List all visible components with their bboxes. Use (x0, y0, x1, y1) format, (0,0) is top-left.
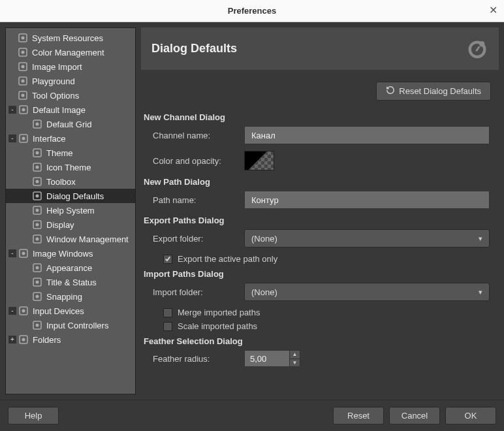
chevron-down-icon: ▾ (479, 234, 482, 243)
appearance-icon (32, 263, 42, 273)
tree-item-interface[interactable]: -Interface (6, 131, 135, 146)
export-folder-label: Export folder: (153, 234, 244, 244)
cancel-button[interactable]: Cancel (389, 407, 440, 424)
svg-rect-46 (475, 46, 480, 52)
tree-item-dialog-defaults[interactable]: Dialog Defaults (6, 189, 135, 203)
reset-icon (386, 86, 395, 97)
channel-color-button[interactable] (244, 151, 274, 170)
section-new-path: New Path Dialog (144, 177, 490, 187)
feather-radius-input[interactable] (244, 350, 290, 367)
tree-item-system-resources[interactable]: System Resources (6, 31, 135, 45)
dialog-footer: Help Reset Cancel OK (0, 400, 504, 431)
overlap-icon (18, 47, 28, 57)
svg-point-1 (22, 37, 25, 40)
export-folder-select[interactable]: (None) ▾ (244, 229, 490, 247)
titlebar: Preferences ✕ (0, 0, 504, 22)
tree-item-color-management[interactable]: Color Management (6, 45, 135, 59)
tree-item-snapping[interactable]: Snapping (6, 289, 135, 304)
tree-item-input-controllers[interactable]: Input Controllers (6, 318, 135, 332)
tree-item-label: Icon Theme (46, 163, 91, 172)
collapse-icon[interactable]: - (8, 135, 16, 142)
tree-item-toolbox[interactable]: Toolbox (6, 174, 135, 189)
path-name-input[interactable] (244, 191, 490, 209)
gauge-icon (32, 191, 42, 201)
tree-item-playground[interactable]: Playground (6, 74, 135, 88)
collapse-icon[interactable]: - (8, 307, 16, 315)
svg-point-5 (22, 65, 25, 69)
tree-item-label: Input Controllers (46, 321, 108, 330)
tree-item-label: Title & Status (46, 278, 97, 287)
feather-radius-spinner[interactable]: ▲ ▼ (244, 350, 300, 367)
toolbox-icon (32, 176, 42, 187)
reset-dialog-defaults-button[interactable]: Reset Dialog Defaults (376, 82, 491, 101)
scale-imported-checkbox[interactable] (163, 322, 172, 331)
tree-item-image-import[interactable]: Image Import (6, 59, 135, 74)
tree-item-label: Playground (32, 76, 75, 86)
grid-icon (32, 119, 42, 129)
import-folder-label: Import folder: (153, 287, 244, 297)
close-icon[interactable]: ✕ (489, 4, 497, 16)
window-icon (18, 248, 29, 259)
collapse-icon[interactable]: - (8, 106, 16, 114)
tree-item-label: Input Devices (33, 306, 84, 316)
page-header: Dialog Defaults (141, 27, 499, 70)
help-icon (32, 205, 42, 216)
channel-name-input[interactable] (244, 126, 490, 144)
tree-item-label: Appearance (46, 263, 92, 273)
svg-point-43 (22, 338, 25, 342)
chevron-down-icon: ▾ (479, 288, 482, 296)
export-active-only-checkbox[interactable] (163, 255, 172, 264)
collapse-icon[interactable]: - (8, 249, 16, 257)
reset-button[interactable]: Reset (333, 407, 384, 424)
export-active-only-label: Export the active path only (178, 254, 277, 264)
window-title: Preferences (228, 6, 276, 16)
tree-item-label: Toolbox (46, 177, 76, 187)
help-button[interactable]: Help (8, 407, 59, 424)
svg-point-23 (36, 195, 39, 198)
svg-point-29 (36, 238, 39, 241)
preferences-tree[interactable]: System ResourcesColor ManagementImage Im… (5, 27, 136, 394)
svg-point-35 (36, 281, 39, 284)
svg-point-17 (36, 152, 39, 155)
tree-item-label: Dialog Defaults (46, 191, 104, 201)
fan-icon (18, 76, 28, 86)
tree-item-theme[interactable]: Theme (6, 146, 135, 160)
merge-imported-checkbox[interactable] (163, 308, 172, 317)
tree-item-image-windows[interactable]: -Image Windows (6, 246, 135, 261)
tree-item-display[interactable]: Display (6, 217, 135, 232)
tree-item-default-grid[interactable]: Default Grid (6, 117, 135, 131)
ok-button[interactable]: OK (445, 407, 496, 424)
tree-item-help-system[interactable]: Help System (6, 203, 135, 217)
tree-item-window-management[interactable]: Window Management (6, 232, 135, 246)
svg-point-21 (36, 180, 39, 184)
svg-point-37 (36, 295, 39, 298)
tree-item-title-status[interactable]: Title & Status (6, 275, 135, 289)
svg-point-41 (36, 324, 39, 327)
tree-item-input-devices[interactable]: -Input Devices (6, 304, 135, 318)
folders-icon (18, 334, 29, 345)
import-folder-select[interactable]: (None) ▾ (244, 283, 490, 301)
tree-item-label: Tool Options (32, 91, 79, 101)
svg-point-7 (22, 80, 25, 83)
expand-icon[interactable]: + (8, 336, 16, 343)
chip-icon (18, 33, 28, 43)
import-icon (18, 61, 28, 72)
spinner-up-icon[interactable]: ▲ (290, 351, 300, 359)
tree-item-label: Interface (33, 134, 66, 144)
scale-imported-label: Scale imported paths (178, 321, 257, 331)
tree-item-label: Default Image (33, 105, 86, 115)
tree-item-default-image[interactable]: -Default Image (6, 103, 135, 117)
svg-point-45 (479, 41, 485, 47)
snap-icon (32, 291, 42, 302)
tree-item-tool-options[interactable]: Tool Options (6, 88, 135, 103)
svg-point-15 (22, 137, 25, 140)
spinner-down-icon[interactable]: ▼ (290, 359, 300, 367)
tree-item-folders[interactable]: +Folders (6, 332, 135, 347)
svg-point-11 (22, 108, 25, 112)
svg-point-19 (36, 166, 39, 169)
svg-point-27 (36, 223, 39, 227)
tree-item-appearance[interactable]: Appearance (6, 261, 135, 275)
svg-point-13 (36, 123, 39, 126)
tree-item-icon-theme[interactable]: Icon Theme (6, 160, 135, 174)
section-new-channel: New Channel Dialog (144, 112, 490, 122)
